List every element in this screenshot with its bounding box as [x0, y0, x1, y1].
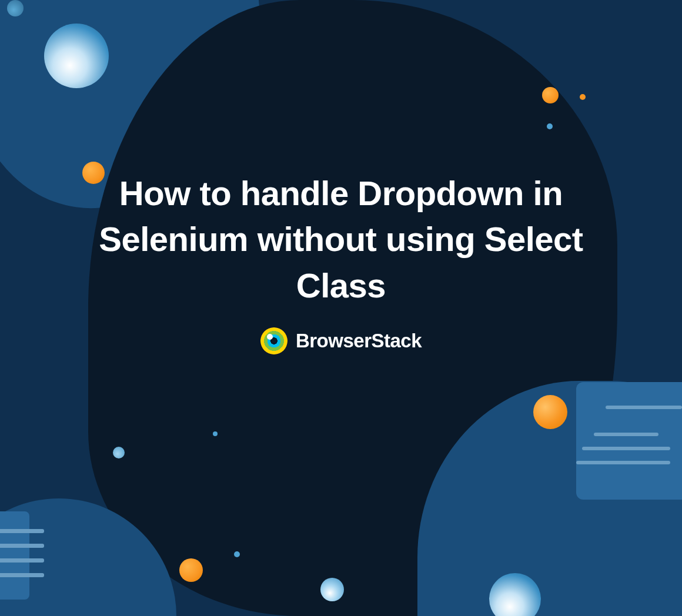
decorative-lines-left	[0, 529, 44, 588]
decorative-circle-icon	[542, 87, 559, 103]
decorative-dot-icon	[580, 94, 586, 100]
decorative-line-icon	[0, 558, 44, 563]
decorative-circle-icon	[44, 24, 109, 88]
decorative-line-icon	[0, 529, 44, 533]
decorative-line-icon	[576, 461, 670, 464]
decorative-lines-right	[576, 406, 682, 475]
decorative-circle-icon	[113, 447, 125, 458]
browserstack-logo-icon	[260, 327, 287, 354]
decorative-dot-icon	[213, 431, 218, 436]
brand-row: BrowserStack	[0, 327, 682, 354]
decorative-line-icon	[0, 573, 44, 577]
page-title: How to handle Dropdown in Selenium witho…	[0, 170, 682, 309]
decorative-line-icon	[582, 447, 670, 450]
decorative-circle-icon	[320, 578, 344, 601]
hero-content: How to handle Dropdown in Selenium witho…	[0, 170, 682, 354]
decorative-dot-icon	[547, 123, 553, 129]
decorative-line-icon	[0, 544, 44, 548]
decorative-circle-icon	[179, 558, 203, 582]
decorative-line-icon	[594, 433, 658, 436]
decorative-circle-icon	[533, 395, 567, 429]
decorative-circle-icon	[7, 0, 24, 16]
decorative-line-icon	[606, 406, 682, 409]
decorative-dot-icon	[234, 551, 240, 557]
brand-name: BrowserStack	[296, 330, 422, 352]
